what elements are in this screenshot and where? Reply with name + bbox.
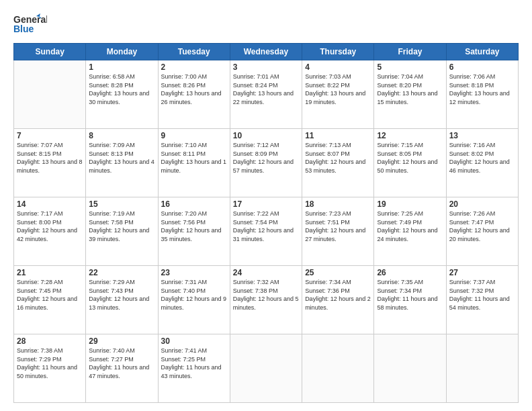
calendar-cell: 12Sunrise: 7:15 AMSunset: 8:05 PMDayligh… — [374, 129, 446, 197]
calendar-cell: 4Sunrise: 7:03 AMSunset: 8:22 PMDaylight… — [302, 60, 374, 129]
day-number: 10 — [233, 131, 299, 140]
svg-text:Blue: Blue — [13, 24, 34, 34]
header: General Blue — [13, 12, 519, 39]
day-number: 3 — [233, 62, 299, 72]
day-number: 30 — [161, 336, 227, 346]
day-number: 19 — [377, 199, 443, 209]
day-number: 8 — [89, 131, 154, 140]
calendar-cell: 17Sunrise: 7:22 AMSunset: 7:54 PMDayligh… — [230, 197, 302, 266]
day-info: Sunrise: 7:13 AMSunset: 8:07 PMDaylight:… — [305, 141, 371, 175]
calendar-cell: 25Sunrise: 7:34 AMSunset: 7:36 PMDayligh… — [302, 266, 374, 334]
day-info: Sunrise: 7:34 AMSunset: 7:36 PMDaylight:… — [305, 278, 371, 312]
day-number: 1 — [89, 62, 154, 72]
day-info: Sunrise: 7:28 AMSunset: 7:45 PMDaylight:… — [17, 278, 83, 312]
page: General Blue SundayMondayTuesdayWednesda… — [0, 0, 532, 411]
day-number: 4 — [305, 62, 371, 72]
day-number: 17 — [233, 199, 299, 209]
day-info: Sunrise: 7:15 AMSunset: 8:05 PMDaylight:… — [377, 141, 443, 175]
day-info: Sunrise: 7:19 AMSunset: 7:58 PMDaylight:… — [89, 210, 154, 243]
day-number: 12 — [377, 131, 443, 140]
day-number: 26 — [377, 268, 443, 277]
day-number: 27 — [449, 268, 515, 277]
day-number: 7 — [17, 131, 83, 140]
day-number: 2 — [161, 62, 227, 72]
calendar-week-3: 14Sunrise: 7:17 AMSunset: 8:00 PMDayligh… — [14, 197, 519, 266]
calendar-cell: 8Sunrise: 7:09 AMSunset: 8:13 PMDaylight… — [86, 129, 158, 197]
day-number: 6 — [449, 62, 515, 72]
calendar-cell: 16Sunrise: 7:20 AMSunset: 7:56 PMDayligh… — [158, 197, 230, 266]
day-info: Sunrise: 6:58 AMSunset: 8:28 PMDaylight:… — [89, 73, 154, 106]
calendar-cell: 26Sunrise: 7:35 AMSunset: 7:34 PMDayligh… — [374, 266, 446, 334]
day-number: 23 — [161, 268, 227, 277]
day-info: Sunrise: 7:00 AMSunset: 8:26 PMDaylight:… — [161, 73, 227, 106]
calendar-cell: 7Sunrise: 7:07 AMSunset: 8:15 PMDaylight… — [14, 129, 86, 197]
day-info: Sunrise: 7:17 AMSunset: 8:00 PMDaylight:… — [17, 210, 83, 243]
calendar-cell: 2Sunrise: 7:00 AMSunset: 8:26 PMDaylight… — [158, 60, 230, 129]
day-info: Sunrise: 7:22 AMSunset: 7:54 PMDaylight:… — [233, 210, 299, 243]
day-header-friday: Friday — [374, 44, 446, 60]
calendar-cell: 1Sunrise: 6:58 AMSunset: 8:28 PMDaylight… — [86, 60, 158, 129]
calendar-week-2: 7Sunrise: 7:07 AMSunset: 8:15 PMDaylight… — [14, 129, 519, 197]
calendar-cell: 9Sunrise: 7:10 AMSunset: 8:11 PMDaylight… — [158, 129, 230, 197]
day-info: Sunrise: 7:03 AMSunset: 8:22 PMDaylight:… — [305, 73, 371, 106]
calendar-cell: 18Sunrise: 7:23 AMSunset: 7:51 PMDayligh… — [302, 197, 374, 266]
calendar-cell: 23Sunrise: 7:31 AMSunset: 7:40 PMDayligh… — [158, 266, 230, 334]
calendar-header: SundayMondayTuesdayWednesdayThursdayFrid… — [14, 44, 519, 60]
calendar-cell — [302, 334, 374, 403]
logo-icon: General Blue — [13, 12, 47, 36]
calendar-cell: 20Sunrise: 7:26 AMSunset: 7:47 PMDayligh… — [446, 197, 518, 266]
day-header-sunday: Sunday — [14, 44, 86, 60]
calendar-cell: 29Sunrise: 7:40 AMSunset: 7:27 PMDayligh… — [86, 334, 158, 403]
day-number: 22 — [89, 268, 154, 277]
day-info: Sunrise: 7:31 AMSunset: 7:40 PMDaylight:… — [161, 278, 227, 312]
logo: General Blue — [13, 12, 47, 39]
day-header-thursday: Thursday — [302, 44, 374, 60]
day-number: 11 — [305, 131, 371, 140]
day-number: 15 — [89, 199, 154, 209]
calendar-table: SundayMondayTuesdayWednesdayThursdayFrid… — [13, 43, 519, 403]
calendar-week-5: 28Sunrise: 7:38 AMSunset: 7:29 PMDayligh… — [14, 334, 519, 403]
day-info: Sunrise: 7:06 AMSunset: 8:18 PMDaylight:… — [449, 73, 515, 106]
calendar-cell: 28Sunrise: 7:38 AMSunset: 7:29 PMDayligh… — [14, 334, 86, 403]
calendar-cell: 19Sunrise: 7:25 AMSunset: 7:49 PMDayligh… — [374, 197, 446, 266]
day-number: 20 — [449, 199, 515, 209]
calendar-body: 1Sunrise: 6:58 AMSunset: 8:28 PMDaylight… — [14, 60, 519, 403]
calendar-cell: 30Sunrise: 7:41 AMSunset: 7:25 PMDayligh… — [158, 334, 230, 403]
day-info: Sunrise: 7:35 AMSunset: 7:34 PMDaylight:… — [377, 278, 443, 312]
day-number: 24 — [233, 268, 299, 277]
days-header-row: SundayMondayTuesdayWednesdayThursdayFrid… — [14, 44, 519, 60]
calendar-cell — [446, 334, 518, 403]
calendar-cell: 3Sunrise: 7:01 AMSunset: 8:24 PMDaylight… — [230, 60, 302, 129]
calendar-cell: 5Sunrise: 7:04 AMSunset: 8:20 PMDaylight… — [374, 60, 446, 129]
day-number: 18 — [305, 199, 371, 209]
day-number: 25 — [305, 268, 371, 277]
day-number: 28 — [17, 336, 83, 346]
day-header-tuesday: Tuesday — [158, 44, 230, 60]
day-info: Sunrise: 7:09 AMSunset: 8:13 PMDaylight:… — [89, 141, 154, 175]
day-number: 29 — [89, 336, 154, 346]
day-info: Sunrise: 7:20 AMSunset: 7:56 PMDaylight:… — [161, 210, 227, 243]
calendar-cell — [230, 334, 302, 403]
day-info: Sunrise: 7:26 AMSunset: 7:47 PMDaylight:… — [449, 210, 515, 243]
calendar-cell — [374, 334, 446, 403]
calendar-cell: 10Sunrise: 7:12 AMSunset: 8:09 PMDayligh… — [230, 129, 302, 197]
day-info: Sunrise: 7:32 AMSunset: 7:38 PMDaylight:… — [233, 278, 299, 312]
day-info: Sunrise: 7:37 AMSunset: 7:32 PMDaylight:… — [449, 278, 515, 312]
day-header-saturday: Saturday — [446, 44, 518, 60]
calendar-cell: 21Sunrise: 7:28 AMSunset: 7:45 PMDayligh… — [14, 266, 86, 334]
calendar-cell: 11Sunrise: 7:13 AMSunset: 8:07 PMDayligh… — [302, 129, 374, 197]
day-info: Sunrise: 7:12 AMSunset: 8:09 PMDaylight:… — [233, 141, 299, 175]
day-info: Sunrise: 7:23 AMSunset: 7:51 PMDaylight:… — [305, 210, 371, 243]
day-info: Sunrise: 7:29 AMSunset: 7:43 PMDaylight:… — [89, 278, 154, 312]
day-header-wednesday: Wednesday — [230, 44, 302, 60]
day-info: Sunrise: 7:16 AMSunset: 8:02 PMDaylight:… — [449, 141, 515, 175]
calendar-cell: 22Sunrise: 7:29 AMSunset: 7:43 PMDayligh… — [86, 266, 158, 334]
day-number: 5 — [377, 62, 443, 72]
day-number: 13 — [449, 131, 515, 140]
day-number: 21 — [17, 268, 83, 277]
day-info: Sunrise: 7:41 AMSunset: 7:25 PMDaylight:… — [161, 347, 227, 380]
day-info: Sunrise: 7:07 AMSunset: 8:15 PMDaylight:… — [17, 141, 83, 175]
calendar-cell: 24Sunrise: 7:32 AMSunset: 7:38 PMDayligh… — [230, 266, 302, 334]
day-header-monday: Monday — [86, 44, 158, 60]
day-number: 9 — [161, 131, 227, 140]
